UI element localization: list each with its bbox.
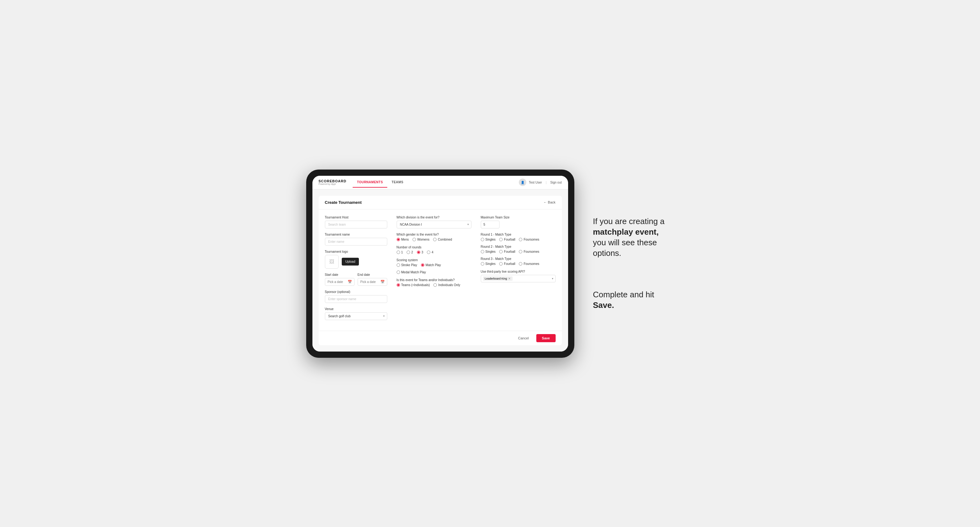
rounds-1-label: 1 xyxy=(401,251,403,254)
rounds-radio-group: 1 2 3 xyxy=(397,251,471,254)
annotation-top-text: If you are creating a matchplay event, y… xyxy=(593,216,674,258)
round1-foursomes-radio[interactable] xyxy=(519,238,522,241)
gender-mens[interactable]: Mens xyxy=(397,238,409,241)
signout-link[interactable]: Sign out xyxy=(550,181,562,184)
round2-foursomes[interactable]: Foursomes xyxy=(519,250,539,253)
teams-plus-individuals[interactable]: Teams (+Individuals) xyxy=(397,283,430,287)
save-button[interactable]: Save xyxy=(536,334,556,342)
rounds-2-radio[interactable] xyxy=(407,251,410,254)
cancel-button[interactable]: Cancel xyxy=(514,334,533,342)
sponsor-input[interactable] xyxy=(325,295,387,303)
round3-foursomes-label: Foursomes xyxy=(523,262,539,265)
round3-singles[interactable]: Singles xyxy=(481,262,496,265)
round2-singles-radio[interactable] xyxy=(481,250,484,253)
round3-foursomes[interactable]: Foursomes xyxy=(519,262,539,265)
gender-womens-radio[interactable] xyxy=(412,238,416,241)
scoring-medal[interactable]: Medal Match Play xyxy=(397,270,426,274)
scoring-medal-label: Medal Match Play xyxy=(401,270,426,274)
max-team-size-input[interactable] xyxy=(481,221,500,229)
rounds-4[interactable]: 4 xyxy=(427,251,433,254)
date-group: Start date 📅 End date xyxy=(325,273,387,286)
teams-plus-radio[interactable] xyxy=(397,283,400,287)
gender-mens-radio[interactable] xyxy=(397,238,400,241)
rounds-1[interactable]: 1 xyxy=(397,251,403,254)
division-group: Which division is the event for? NCAA Di… xyxy=(397,216,471,229)
scoring-stroke-radio[interactable] xyxy=(397,264,400,267)
api-remove-icon[interactable]: ✕ xyxy=(508,277,511,280)
gender-radio-group: Mens Womens Combined xyxy=(397,238,471,241)
api-label: Use third-party live scoring API? xyxy=(481,270,556,273)
round1-foursomes-label: Foursomes xyxy=(523,238,539,241)
upload-button[interactable]: Upload xyxy=(342,258,359,265)
scoring-match-radio[interactable] xyxy=(421,264,424,267)
round1-fourball[interactable]: Fourball xyxy=(499,238,515,241)
gender-combined-radio[interactable] xyxy=(433,238,436,241)
sponsor-label: Sponsor (optional) xyxy=(325,290,387,294)
tab-teams[interactable]: TEAMS xyxy=(387,177,408,187)
rounds-3-radio[interactable] xyxy=(417,251,420,254)
tournament-host-input[interactable] xyxy=(325,221,387,229)
logo-text: SCOREBOARD xyxy=(319,179,347,183)
main-content: Create Tournament ← Back Tournament Host xyxy=(312,189,568,352)
tournament-logo-label: Tournament logo xyxy=(325,250,387,253)
tab-tournaments[interactable]: TOURNAMENTS xyxy=(353,177,387,187)
division-select-wrapper: NCAA Division I xyxy=(397,221,471,229)
sponsor-group: Sponsor (optional) xyxy=(325,290,387,303)
round2-label: Round 2 - Match Type xyxy=(481,245,556,248)
round1-fourball-radio[interactable] xyxy=(499,238,503,241)
scoring-stroke[interactable]: Stroke Play xyxy=(397,264,417,267)
tablet-screen: SCOREBOARD Powered by clippt TOURNAMENTS… xyxy=(312,176,568,352)
form-container: Create Tournament ← Back Tournament Host xyxy=(319,196,562,345)
round3-foursomes-radio[interactable] xyxy=(519,262,522,265)
round1-singles[interactable]: Singles xyxy=(481,238,496,241)
powered-by-text: Powered by clippt xyxy=(319,183,347,185)
gender-womens[interactable]: Womens xyxy=(412,238,430,241)
venue-select[interactable]: Search golf club xyxy=(325,312,387,320)
gender-group: Which gender is the event for? Mens Wome… xyxy=(397,233,471,241)
round2-singles-label: Singles xyxy=(485,250,496,253)
teams-plus-label: Teams (+Individuals) xyxy=(401,283,430,287)
tournament-host-label: Tournament Host xyxy=(325,216,387,219)
nav-logo: SCOREBOARD Powered by clippt xyxy=(319,179,347,185)
form-footer: Cancel Save xyxy=(319,331,562,345)
middle-column: Which division is the event for? NCAA Di… xyxy=(397,216,471,324)
rounds-group: Number of rounds 1 2 xyxy=(397,246,471,254)
annotation-save-bold: Save. xyxy=(593,300,614,310)
round2-fourball[interactable]: Fourball xyxy=(499,250,515,253)
start-date-label: Start date xyxy=(325,273,355,276)
end-date-wrapper: 📅 xyxy=(358,278,387,286)
gender-combined[interactable]: Combined xyxy=(433,238,452,241)
user-label: Test User xyxy=(529,181,542,184)
gender-combined-label: Combined xyxy=(438,238,452,241)
nav-right: 👤 Test User | Sign out xyxy=(519,179,562,186)
scoring-match[interactable]: Match Play xyxy=(421,264,441,267)
round1-foursomes[interactable]: Foursomes xyxy=(519,238,539,241)
round1-singles-radio[interactable] xyxy=(481,238,484,241)
logo-upload-area: 🖼 Upload xyxy=(325,255,387,269)
individuals-only[interactable]: Individuals Only xyxy=(433,283,460,287)
division-select[interactable]: NCAA Division I xyxy=(397,221,471,229)
gender-label: Which gender is the event for? xyxy=(397,233,471,236)
tournament-logo-group: Tournament logo 🖼 Upload xyxy=(325,250,387,269)
round2-singles[interactable]: Singles xyxy=(481,250,496,253)
individuals-only-radio[interactable] xyxy=(433,283,437,287)
start-date-wrapper: 📅 xyxy=(325,278,355,286)
right-column: Maximum Team Size Round 1 - Match Type S… xyxy=(481,216,556,324)
round3-fourball-radio[interactable] xyxy=(499,262,503,265)
rounds-3[interactable]: 3 xyxy=(417,251,423,254)
scoring-medal-radio[interactable] xyxy=(397,270,400,274)
tournament-name-input[interactable] xyxy=(325,238,387,246)
rounds-2[interactable]: 2 xyxy=(407,251,413,254)
nav-left: SCOREBOARD Powered by clippt TOURNAMENTS… xyxy=(319,177,408,187)
scoring-radio-group: Stroke Play Match Play Medal Match Play xyxy=(397,264,471,274)
round2-foursomes-radio[interactable] xyxy=(519,250,522,253)
round2-fourball-radio[interactable] xyxy=(499,250,503,253)
annotation-matchplay-bold: matchplay event, xyxy=(593,227,659,237)
annotation-bottom: Complete and hit Save. xyxy=(593,289,674,311)
back-link[interactable]: ← Back xyxy=(544,200,556,204)
user-icon: 👤 xyxy=(519,179,526,186)
rounds-1-radio[interactable] xyxy=(397,251,400,254)
round3-singles-radio[interactable] xyxy=(481,262,484,265)
rounds-4-radio[interactable] xyxy=(427,251,430,254)
round3-fourball[interactable]: Fourball xyxy=(499,262,515,265)
